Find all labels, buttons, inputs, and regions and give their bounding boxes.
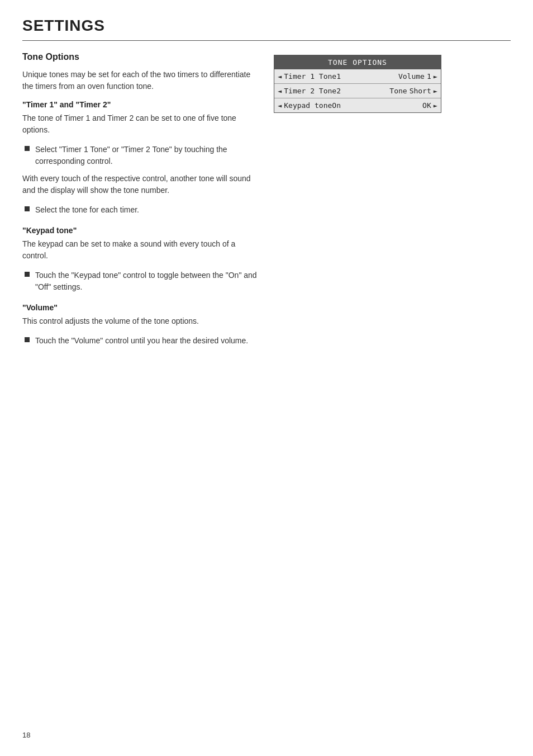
keypad-value: On [332, 101, 343, 110]
section-heading: Tone Options [22, 52, 257, 62]
tone-options-panel: TONE OPTIONS ◄ Timer 1 Tone 1 Volume 1 ►… [274, 55, 441, 113]
left-column: Tone Options Unique tones may be set for… [22, 52, 257, 352]
keypad-bullet-1: Touch the "Keypad tone" control to toggl… [22, 270, 257, 293]
left-arrow-icon-3: ◄ [278, 102, 282, 110]
timer-description: The tone of Timer 1 and Timer 2 can be s… [22, 112, 257, 136]
timer1-value: 1 [336, 72, 348, 81]
timer-bullet-1: Select "Timer 1 Tone" or "Timer 2 Tone" … [22, 144, 257, 167]
timer2-option-label: Tone [389, 87, 407, 95]
timer2-option-value: Short [410, 87, 431, 95]
left-arrow-icon-2: ◄ [278, 87, 282, 95]
timer-sub-heading: "Timer 1" and "Timer 2" [22, 100, 257, 109]
panel-row-keypad[interactable]: ◄ Keypad tone On OK ► [274, 98, 441, 112]
page-number: 18 [22, 731, 30, 739]
right-arrow-icon-3: ► [434, 102, 437, 110]
timer2-value: 2 [336, 87, 348, 95]
volume-section: "Volume" This control adjusts the volume… [22, 303, 257, 347]
timer-bullet-1-text: Select "Timer 1 Tone" or "Timer 2 Tone" … [35, 144, 257, 167]
timer1-label: Timer 1 Tone [284, 72, 336, 81]
page-title: SETTINGS [22, 17, 511, 35]
keypad-sub-heading: "Keypad tone" [22, 226, 257, 235]
volume-description: This control adjusts the volume of the t… [22, 315, 257, 327]
bullet-square-icon-4 [25, 337, 30, 342]
main-content: Tone Options Unique tones may be set for… [22, 52, 511, 352]
keypad-label: Keypad tone [284, 101, 332, 110]
panel-row-timer2[interactable]: ◄ Timer 2 Tone 2 Tone Short ► [274, 84, 441, 98]
timer-bullet-2: Select the tone for each timer. [22, 204, 257, 216]
panel-title: TONE OPTIONS [274, 55, 441, 69]
left-arrow-icon-1: ◄ [278, 73, 282, 81]
panel-row-timer1[interactable]: ◄ Timer 1 Tone 1 Volume 1 ► [274, 69, 441, 84]
keypad-option-value: OK [422, 101, 431, 110]
timer-bullet-2-text: Select the tone for each timer. [35, 204, 139, 216]
keypad-description: The keypad can be set to make a sound wi… [22, 238, 257, 262]
right-column: TONE OPTIONS ◄ Timer 1 Tone 1 Volume 1 ►… [274, 55, 441, 113]
title-divider [22, 40, 511, 41]
volume-bullet-1-text: Touch the "Volume" control until you hea… [35, 335, 248, 347]
bullet-square-icon [25, 146, 30, 151]
keypad-bullet-1-text: Touch the "Keypad tone" control to toggl… [35, 270, 257, 293]
volume-sub-heading: "Volume" [22, 303, 257, 312]
keypad-section: "Keypad tone" The keypad can be set to m… [22, 226, 257, 293]
volume-bullet-1: Touch the "Volume" control until you hea… [22, 335, 257, 347]
bullet-square-icon-2 [25, 206, 30, 211]
timer1-option-value: 1 [427, 72, 431, 81]
right-arrow-icon-1: ► [434, 73, 437, 81]
timer1-option-label: Volume [398, 72, 425, 81]
timer2-label: Timer 2 Tone [284, 87, 336, 95]
timer-paragraph2: With every touch of the respective contr… [22, 173, 257, 196]
right-arrow-icon-2: ► [434, 87, 437, 95]
intro-text: Unique tones may be set for each of the … [22, 69, 257, 92]
bullet-square-icon-3 [25, 272, 30, 277]
